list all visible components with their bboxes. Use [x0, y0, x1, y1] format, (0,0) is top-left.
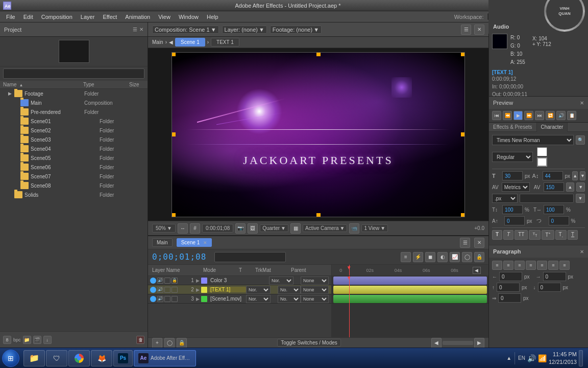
- italic-button[interactable]: T: [503, 230, 513, 240]
- preview-loop[interactable]: 🔁: [546, 111, 555, 120]
- clip-1[interactable]: [333, 277, 487, 285]
- menu-layer[interactable]: Layer: [77, 13, 99, 21]
- list-item[interactable]: Scene04Folder: [0, 144, 148, 153]
- camera-icon[interactable]: 📹: [349, 223, 359, 234]
- list-item[interactable]: Scene07Folder: [0, 172, 148, 181]
- list-item[interactable]: Main Composition: [0, 98, 148, 107]
- new-layer-icon[interactable]: +: [152, 338, 162, 348]
- smallcaps-button[interactable]: TT: [529, 230, 541, 240]
- taskbar-malwarebytes[interactable]: 🛡: [46, 350, 67, 366]
- show-snapshot-icon[interactable]: 🖼: [248, 223, 258, 234]
- preview-options[interactable]: 📋: [567, 111, 576, 120]
- list-item[interactable]: Scene06Folder: [0, 163, 148, 172]
- transparency-icon[interactable]: ▦: [290, 223, 301, 234]
- preview-last-frame[interactable]: ⏭: [535, 111, 544, 120]
- handle-tr[interactable]: [461, 52, 465, 56]
- layer-1-mode-select[interactable]: Nor.: [269, 277, 293, 285]
- layer-3-audio[interactable]: 🔊: [157, 296, 163, 302]
- font-family-select[interactable]: Times New Roman: [492, 135, 574, 145]
- horizontal-scale-input[interactable]: [544, 205, 564, 214]
- network-icon[interactable]: 📶: [538, 354, 547, 362]
- viewer-close-icon[interactable]: ✕: [474, 25, 484, 35]
- align-right[interactable]: ≡: [514, 261, 525, 270]
- layer-2-lock[interactable]: [172, 287, 178, 293]
- menu-window[interactable]: Window: [175, 13, 203, 21]
- tab-character[interactable]: Character: [537, 123, 568, 132]
- solo-all-icon[interactable]: ◯: [164, 338, 175, 348]
- lock-all-icon[interactable]: 🔒: [177, 338, 187, 348]
- justify-left[interactable]: ≡: [526, 261, 536, 270]
- layer-2-expand[interactable]: ▶: [196, 287, 201, 292]
- taskbar-aftereffects[interactable]: Ae Adobe After Effects...: [134, 350, 196, 366]
- composition-selector[interactable]: Composition: Scene 1 ▼: [152, 26, 219, 34]
- font-style-select[interactable]: Regular: [492, 152, 533, 162]
- grid-icon[interactable]: #: [190, 223, 200, 234]
- layer-1-audio[interactable]: 🔊: [157, 278, 163, 284]
- timeline-tab-main[interactable]: Main: [152, 238, 173, 247]
- breadcrumb-main[interactable]: Main: [152, 39, 163, 45]
- kerning-down-icon[interactable]: ▼: [576, 182, 585, 192]
- layer-3-name[interactable]: [Scene1.mov]: [208, 296, 246, 302]
- timeline-tab-scene1[interactable]: Scene 1 ✕: [177, 238, 212, 247]
- underline-button[interactable]: T: [568, 230, 578, 240]
- stroke-color-swatch[interactable]: [537, 157, 547, 167]
- taskbar-explorer[interactable]: 📁: [23, 350, 45, 366]
- layer-2-mode[interactable]: Nor.: [246, 286, 272, 294]
- project-menu-icon[interactable]: ☰: [133, 27, 137, 32]
- breadcrumb-prev[interactable]: ◀: [169, 39, 173, 45]
- handle-mr[interactable]: [461, 132, 465, 136]
- list-item[interactable]: Scene08Folder: [0, 181, 148, 190]
- preview-first-frame[interactable]: ⏮: [492, 111, 501, 120]
- indent-left-input[interactable]: [499, 272, 522, 281]
- menu-view[interactable]: View: [154, 13, 175, 21]
- zoom-control[interactable]: 50% ▼: [152, 224, 176, 233]
- handle-tm[interactable]: [316, 52, 321, 56]
- space-after-input[interactable]: [538, 283, 561, 292]
- kerning-up-icon[interactable]: ▲: [566, 182, 575, 192]
- align-left[interactable]: ≡: [492, 261, 502, 270]
- project-search-input[interactable]: [3, 68, 144, 79]
- layer-3-lock[interactable]: [172, 296, 178, 302]
- list-item[interactable]: Scene02Folder: [0, 126, 148, 135]
- list-item[interactable]: ▶ Footage Folder: [0, 89, 148, 98]
- new-folder-button[interactable]: 📁: [23, 336, 31, 344]
- time-display[interactable]: 0:00:01;08: [202, 224, 233, 233]
- preview-audio[interactable]: 🔊: [556, 111, 566, 120]
- list-item[interactable]: Scene01Folder: [0, 117, 148, 126]
- layer-1-name[interactable]: Color 3: [208, 278, 269, 283]
- taskbar-chrome[interactable]: [68, 350, 90, 366]
- font-search-icon[interactable]: 🔍: [576, 135, 585, 145]
- layer-1-parent-select[interactable]: None: [301, 277, 329, 285]
- preview-next-frame[interactable]: ⏩: [524, 111, 533, 120]
- preview-prev-frame[interactable]: ⏪: [503, 111, 512, 120]
- list-item[interactable]: Scene05Folder: [0, 153, 148, 163]
- layer-3-visibility[interactable]: [150, 296, 156, 302]
- solo-icon[interactable]: ◯: [462, 252, 472, 262]
- layer-3-expand[interactable]: ▶: [196, 296, 201, 302]
- clip-2[interactable]: [333, 286, 487, 294]
- unit-select[interactable]: .px: [492, 194, 518, 203]
- layer-2-trkmat[interactable]: No.: [278, 286, 301, 294]
- baseline-shift-input[interactable]: [504, 216, 525, 225]
- graph-editor-icon[interactable]: 📈: [450, 252, 460, 262]
- layer-1-lock[interactable]: 🔒: [172, 278, 178, 284]
- viewer-menu-icon[interactable]: ☰: [461, 25, 471, 35]
- tray-expand[interactable]: ▲: [506, 355, 511, 361]
- volume-icon[interactable]: 🔊: [527, 354, 536, 362]
- leading-input[interactable]: [543, 171, 563, 180]
- indent-first-input[interactable]: [498, 293, 521, 303]
- timeline-nav-prev[interactable]: ◀: [473, 267, 481, 274]
- menu-effect[interactable]: Effect: [99, 13, 121, 21]
- delete-button[interactable]: 🗑: [136, 336, 144, 344]
- draft-icon[interactable]: ⚡: [413, 252, 423, 262]
- menu-animation[interactable]: Animation: [121, 13, 154, 21]
- layer-2-trkmat-select[interactable]: No.: [278, 286, 301, 294]
- footage-selector[interactable]: Footage: (none) ▼: [270, 26, 322, 34]
- handle-tl[interactable]: [172, 52, 176, 56]
- layer-3-solo[interactable]: [164, 296, 170, 302]
- breadcrumb-text1[interactable]: TEXT 1: [211, 38, 239, 47]
- preview-close-icon[interactable]: ✕: [580, 100, 584, 106]
- timeline-close-icon[interactable]: ✕: [474, 238, 484, 248]
- align-center[interactable]: ≡: [503, 261, 513, 270]
- justify-all[interactable]: ≡: [559, 261, 570, 270]
